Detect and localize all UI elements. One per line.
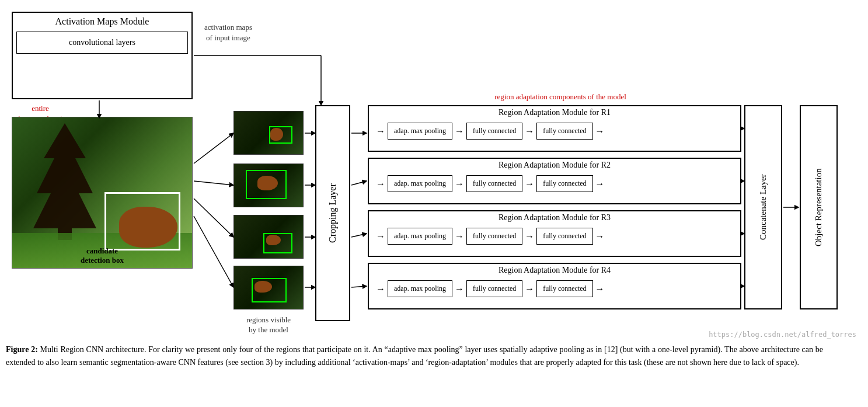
region-thumb-4 xyxy=(233,266,304,309)
input-image: candidatedetection box xyxy=(12,117,193,269)
regions-label: regions visibleby the model xyxy=(228,315,309,335)
ram-r3-fc2: fully connected xyxy=(536,228,592,245)
tree-silhouette xyxy=(30,123,100,240)
ram-r1-row: → adap. max pooling → fully connected → … xyxy=(369,119,740,143)
ram-r1-pool: adap. max pooling xyxy=(388,123,452,140)
activation-module-title: Activation Maps Module xyxy=(16,16,188,27)
svg-line-3 xyxy=(194,133,233,164)
arrow-r4-2: → xyxy=(522,284,536,294)
activation-maps-label: activation mapsof input image xyxy=(204,22,252,43)
arrow-r4-in: → xyxy=(374,284,388,294)
ram-r3-fc1: fully connected xyxy=(466,228,522,245)
cropping-layer-box: Cropping Layer xyxy=(315,105,350,321)
region-thumb-2 xyxy=(233,164,304,207)
svg-line-5 xyxy=(194,199,233,237)
ram-r4-pool: adap. max pooling xyxy=(388,280,452,297)
arrow-r2-1: → xyxy=(452,179,466,189)
arrow-r2-in: → xyxy=(374,179,388,189)
ram-r1: Region Adaptation Module for R1 → adap. … xyxy=(368,105,741,152)
ram-r2-fc2: fully connected xyxy=(536,175,592,192)
ram-r2-pool: adap. max pooling xyxy=(388,175,452,192)
arrow-r2-out: → xyxy=(593,179,607,189)
arrow-r1-1: → xyxy=(452,126,466,137)
ram-r3-title: Region Adaptation Module for R3 xyxy=(369,211,740,224)
arrow-r3-1: → xyxy=(452,231,466,242)
region-thumb-1 xyxy=(233,111,304,155)
ram-r4: Region Adaptation Module for R4 → adap. … xyxy=(368,263,741,309)
svg-line-4 xyxy=(194,181,233,185)
svg-line-6 xyxy=(194,216,233,287)
arrow-r1-in: → xyxy=(374,126,388,137)
concatenate-layer-label: Concatenate Layer xyxy=(758,175,768,241)
ram-r2-title: Region Adaptation Module for R2 xyxy=(369,159,740,172)
svg-line-13 xyxy=(351,234,367,237)
conv-layers-box: convolutional layers xyxy=(16,32,188,54)
arrow-r2-2: → xyxy=(522,179,536,189)
arrow-r1-2: → xyxy=(522,126,536,137)
object-representation-label: Object Representation xyxy=(814,168,824,246)
ram-r4-fc2: fully connected xyxy=(536,280,592,297)
caption-label: Figure 2: xyxy=(6,345,38,354)
diagram: Activation Maps Module convolutional lay… xyxy=(6,6,862,339)
arrow-r1-out: → xyxy=(593,126,607,137)
object-representation: Object Representation xyxy=(800,105,838,309)
candidate-box xyxy=(104,192,180,251)
region-adapt-label: region adaptation components of the mode… xyxy=(391,92,730,102)
ram-r1-fc2: fully connected xyxy=(536,123,592,140)
watermark: https://blog.csdn.net/alfred_torres xyxy=(709,331,856,339)
ram-r3-pool: adap. max pooling xyxy=(388,228,452,245)
ram-r3-row: → adap. max pooling → fully connected → … xyxy=(369,224,740,248)
svg-line-12 xyxy=(351,181,367,185)
ram-r2-row: → adap. max pooling → fully connected → … xyxy=(369,172,740,196)
figure-caption: Figure 2: Multi Region CNN architecture.… xyxy=(6,343,823,370)
arrow-r3-out: → xyxy=(593,231,607,242)
svg-line-14 xyxy=(351,286,367,287)
arrow-r4-out: → xyxy=(593,284,607,294)
ram-r3: Region Adaptation Module for R3 → adap. … xyxy=(368,210,741,257)
arrow-r3-in: → xyxy=(374,231,388,242)
caption-text: Multi Region CNN architecture. For clari… xyxy=(6,345,823,367)
region-thumb-3 xyxy=(233,215,304,259)
concatenate-layer: Concatenate Layer xyxy=(744,105,782,309)
arrow-r3-2: → xyxy=(522,231,536,242)
cropping-layer-label: Cropping Layer xyxy=(327,183,338,243)
ram-r1-title: Region Adaptation Module for R1 xyxy=(369,106,740,119)
arrow-r4-1: → xyxy=(452,284,466,294)
ram-r2-fc1: fully connected xyxy=(466,175,522,192)
ram-r4-fc1: fully connected xyxy=(466,280,522,297)
ram-r2: Region Adaptation Module for R2 → adap. … xyxy=(368,158,741,204)
detection-label: candidatedetection box xyxy=(81,246,124,265)
ram-r4-row: → adap. max pooling → fully connected → … xyxy=(369,277,740,301)
activation-maps-module: Activation Maps Module convolutional lay… xyxy=(12,12,193,99)
ram-r4-title: Region Adaptation Module for R4 xyxy=(369,264,740,277)
ram-r1-fc1: fully connected xyxy=(466,123,522,140)
